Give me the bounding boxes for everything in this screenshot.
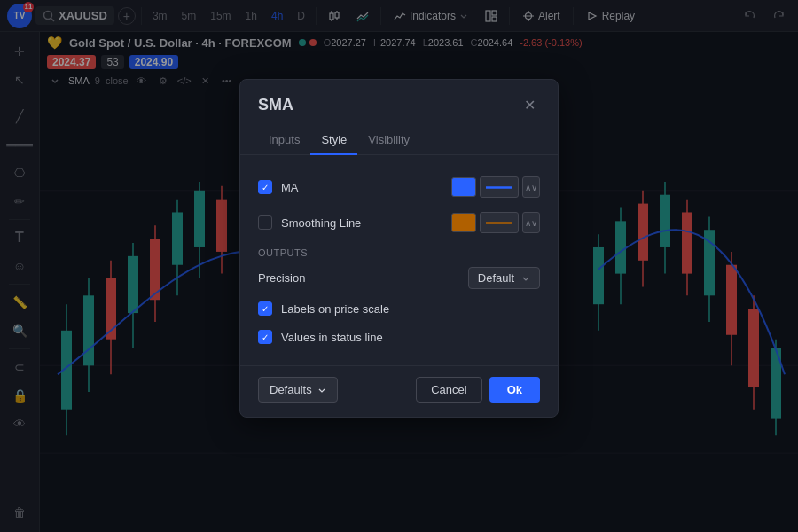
dialog-footer: Defaults Cancel Ok [240,365,558,417]
smoothing-color-swatch[interactable] [451,213,476,232]
precision-row: Precision Default [258,262,540,294]
ma-line-style-btn[interactable] [480,176,519,198]
tab-inputs[interactable]: Inputs [258,126,310,155]
sma-dialog: SMA ✕ Inputs Style Visibility ✓ MA [239,79,559,418]
dialog-title: SMA [258,96,293,114]
ma-line-icon [486,186,512,189]
smoothing-line-icon [486,222,512,224]
outputs-section-label: OUTPUTS [258,240,540,262]
cancel-button[interactable]: Cancel [416,377,481,403]
values-status-line-row: ✓ Values in status line [258,323,540,351]
ok-button[interactable]: Ok [489,377,540,403]
precision-select[interactable]: Default [468,267,540,289]
values-status-line-checkbox[interactable]: ✓ [258,330,272,344]
smoothing-setting-row: Smoothing Line ∧∨ [258,205,540,240]
precision-label: Precision [258,271,459,285]
precision-chevron-icon [521,274,530,283]
smoothing-line-style-btn[interactable] [480,212,519,233]
dialog-tabs: Inputs Style Visibility [240,126,558,155]
ma-label: MA [281,181,442,194]
ma-style-arrow[interactable]: ∧∨ [522,176,540,198]
tab-visibility[interactable]: Visibility [357,126,420,155]
defaults-button[interactable]: Defaults [258,377,338,403]
ma-checkbox[interactable]: ✓ [258,180,272,194]
smoothing-label: Smoothing Line [281,216,442,230]
dialog-header: SMA ✕ [240,80,558,115]
modal-overlay: SMA ✕ Inputs Style Visibility ✓ MA [0,0,798,532]
smoothing-checkbox[interactable] [258,215,272,230]
footer-actions: Cancel Ok [416,377,540,403]
values-status-line-label: Values in status line [281,331,540,344]
ma-color-swatch[interactable] [451,177,476,197]
dialog-close-button[interactable]: ✕ [519,94,540,115]
smoothing-style-arrow[interactable]: ∧∨ [522,212,540,233]
labels-price-scale-label: Labels on price scale [281,302,540,316]
tab-style[interactable]: Style [310,126,357,155]
ma-setting-row: ✓ MA ∧∨ [258,169,540,205]
dialog-content: ✓ MA ∧∨ Smoothing Line [240,155,558,365]
defaults-chevron-icon [317,386,326,395]
labels-price-scale-row: ✓ Labels on price scale [258,294,540,323]
labels-price-scale-checkbox[interactable]: ✓ [258,301,272,316]
